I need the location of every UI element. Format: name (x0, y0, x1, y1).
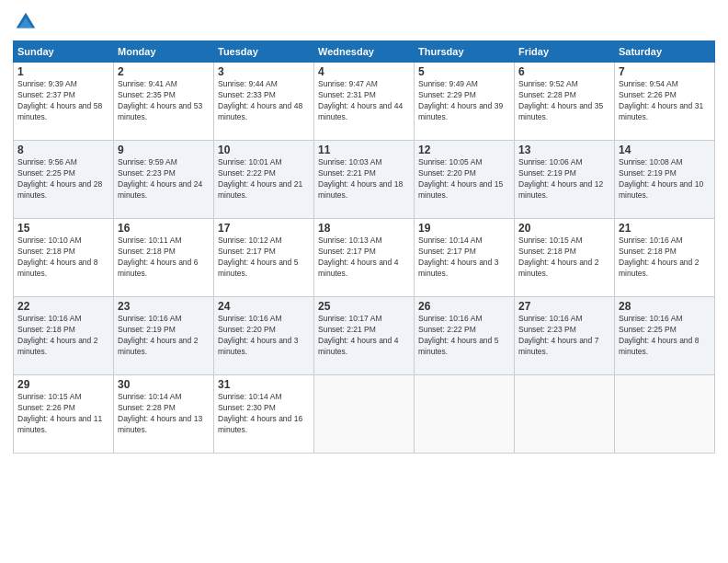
day-number: 20 (518, 222, 610, 235)
day-info: Sunrise: 10:05 AM Sunset: 2:20 PM Daylig… (418, 157, 510, 201)
calendar-cell: 26 Sunrise: 10:16 AM Sunset: 2:22 PM Day… (415, 297, 515, 375)
calendar-cell: 3 Sunrise: 9:44 AM Sunset: 2:33 PM Dayli… (214, 63, 314, 141)
day-info: Sunrise: 10:10 AM Sunset: 2:18 PM Daylig… (17, 236, 109, 280)
calendar-cell: 1 Sunrise: 9:39 AM Sunset: 2:37 PM Dayli… (14, 63, 114, 141)
day-info: Sunrise: 10:11 AM Sunset: 2:18 PM Daylig… (118, 236, 210, 280)
calendar-cell (615, 375, 715, 454)
calendar-cell: 9 Sunrise: 9:59 AM Sunset: 2:23 PM Dayli… (114, 141, 214, 219)
day-number: 27 (518, 300, 610, 313)
day-info: Sunrise: 9:49 AM Sunset: 2:29 PM Dayligh… (418, 79, 510, 123)
day-number: 7 (619, 65, 711, 78)
calendar-cell: 16 Sunrise: 10:11 AM Sunset: 2:18 PM Day… (114, 219, 214, 297)
weekday-header-tuesday: Tuesday (214, 41, 314, 63)
calendar-cell: 22 Sunrise: 10:16 AM Sunset: 2:18 PM Day… (14, 297, 114, 375)
weekday-header-saturday: Saturday (615, 41, 715, 63)
day-info: Sunrise: 10:16 AM Sunset: 2:25 PM Daylig… (619, 314, 711, 358)
calendar-cell: 29 Sunrise: 10:15 AM Sunset: 2:26 PM Day… (14, 375, 114, 454)
day-info: Sunrise: 10:14 AM Sunset: 2:30 PM Daylig… (218, 392, 310, 436)
weekday-header-monday: Monday (114, 41, 214, 63)
weekday-header-friday: Friday (515, 41, 615, 63)
day-number: 21 (619, 222, 711, 235)
day-number: 22 (17, 300, 109, 313)
day-number: 9 (118, 144, 210, 156)
day-info: Sunrise: 9:59 AM Sunset: 2:23 PM Dayligh… (118, 157, 210, 201)
calendar-cell (515, 375, 615, 454)
day-info: Sunrise: 10:17 AM Sunset: 2:21 PM Daylig… (318, 314, 410, 358)
calendar-cell: 12 Sunrise: 10:05 AM Sunset: 2:20 PM Day… (415, 141, 515, 219)
day-info: Sunrise: 10:16 AM Sunset: 2:19 PM Daylig… (118, 314, 210, 358)
logo (13, 9, 42, 35)
day-number: 18 (318, 222, 410, 235)
day-info: Sunrise: 9:56 AM Sunset: 2:25 PM Dayligh… (17, 157, 109, 201)
day-info: Sunrise: 10:14 AM Sunset: 2:28 PM Daylig… (118, 392, 210, 436)
calendar-cell: 27 Sunrise: 10:16 AM Sunset: 2:23 PM Day… (515, 297, 615, 375)
day-number: 3 (218, 65, 310, 78)
calendar-cell: 19 Sunrise: 10:14 AM Sunset: 2:17 PM Day… (415, 219, 515, 297)
weekday-header-wednesday: Wednesday (314, 41, 415, 63)
day-number: 11 (318, 144, 410, 156)
day-number: 23 (118, 300, 210, 313)
calendar-cell: 17 Sunrise: 10:12 AM Sunset: 2:17 PM Day… (214, 219, 314, 297)
calendar-cell: 24 Sunrise: 10:16 AM Sunset: 2:20 PM Day… (214, 297, 314, 375)
day-info: Sunrise: 9:47 AM Sunset: 2:31 PM Dayligh… (318, 79, 410, 123)
day-number: 24 (218, 300, 310, 313)
day-number: 17 (218, 222, 310, 235)
weekday-header-thursday: Thursday (415, 41, 515, 63)
day-number: 14 (619, 144, 711, 156)
day-number: 13 (518, 144, 610, 156)
day-number: 10 (218, 144, 310, 156)
calendar-cell: 13 Sunrise: 10:06 AM Sunset: 2:19 PM Day… (515, 141, 615, 219)
day-number: 31 (218, 378, 310, 391)
calendar-cell: 11 Sunrise: 10:03 AM Sunset: 2:21 PM Day… (314, 141, 415, 219)
calendar-cell: 20 Sunrise: 10:15 AM Sunset: 2:18 PM Day… (515, 219, 615, 297)
day-info: Sunrise: 10:14 AM Sunset: 2:17 PM Daylig… (418, 236, 510, 280)
header (13, 9, 715, 35)
day-info: Sunrise: 10:06 AM Sunset: 2:19 PM Daylig… (518, 157, 610, 201)
day-number: 4 (318, 65, 410, 78)
calendar-cell: 2 Sunrise: 9:41 AM Sunset: 2:35 PM Dayli… (114, 63, 214, 141)
day-info: Sunrise: 10:16 AM Sunset: 2:20 PM Daylig… (218, 314, 310, 358)
day-info: Sunrise: 10:12 AM Sunset: 2:17 PM Daylig… (218, 236, 310, 280)
day-info: Sunrise: 10:01 AM Sunset: 2:22 PM Daylig… (218, 157, 310, 201)
calendar-cell: 21 Sunrise: 10:16 AM Sunset: 2:18 PM Day… (615, 219, 715, 297)
day-number: 15 (17, 222, 109, 235)
day-info: Sunrise: 10:08 AM Sunset: 2:19 PM Daylig… (619, 157, 711, 201)
day-number: 12 (418, 144, 510, 156)
calendar-cell: 28 Sunrise: 10:16 AM Sunset: 2:25 PM Day… (615, 297, 715, 375)
day-number: 8 (17, 144, 109, 156)
day-number: 29 (17, 378, 109, 391)
day-info: Sunrise: 9:44 AM Sunset: 2:33 PM Dayligh… (218, 79, 310, 123)
calendar-cell: 30 Sunrise: 10:14 AM Sunset: 2:28 PM Day… (114, 375, 214, 454)
day-number: 25 (318, 300, 410, 313)
calendar-cell (314, 375, 415, 454)
calendar-cell (415, 375, 515, 454)
day-info: Sunrise: 10:16 AM Sunset: 2:23 PM Daylig… (518, 314, 610, 358)
day-info: Sunrise: 10:16 AM Sunset: 2:18 PM Daylig… (17, 314, 109, 358)
day-info: Sunrise: 10:16 AM Sunset: 2:22 PM Daylig… (418, 314, 510, 358)
logo-icon (13, 9, 39, 35)
day-number: 2 (118, 65, 210, 78)
day-info: Sunrise: 9:52 AM Sunset: 2:28 PM Dayligh… (518, 79, 610, 123)
day-info: Sunrise: 10:03 AM Sunset: 2:21 PM Daylig… (318, 157, 410, 201)
calendar-cell: 31 Sunrise: 10:14 AM Sunset: 2:30 PM Day… (214, 375, 314, 454)
day-info: Sunrise: 9:39 AM Sunset: 2:37 PM Dayligh… (17, 79, 109, 123)
day-info: Sunrise: 10:15 AM Sunset: 2:18 PM Daylig… (518, 236, 610, 280)
calendar-cell: 8 Sunrise: 9:56 AM Sunset: 2:25 PM Dayli… (14, 141, 114, 219)
day-number: 19 (418, 222, 510, 235)
calendar-cell: 4 Sunrise: 9:47 AM Sunset: 2:31 PM Dayli… (314, 63, 415, 141)
calendar-cell: 14 Sunrise: 10:08 AM Sunset: 2:19 PM Day… (615, 141, 715, 219)
calendar-cell: 18 Sunrise: 10:13 AM Sunset: 2:17 PM Day… (314, 219, 415, 297)
day-number: 26 (418, 300, 510, 313)
day-number: 6 (518, 65, 610, 78)
weekday-header-sunday: Sunday (14, 41, 114, 63)
day-number: 1 (17, 65, 109, 78)
calendar: SundayMondayTuesdayWednesdayThursdayFrid… (13, 40, 715, 454)
day-number: 5 (418, 65, 510, 78)
day-info: Sunrise: 9:41 AM Sunset: 2:35 PM Dayligh… (118, 79, 210, 123)
calendar-cell: 5 Sunrise: 9:49 AM Sunset: 2:29 PM Dayli… (415, 63, 515, 141)
calendar-cell: 15 Sunrise: 10:10 AM Sunset: 2:18 PM Day… (14, 219, 114, 297)
day-info: Sunrise: 10:16 AM Sunset: 2:18 PM Daylig… (619, 236, 711, 280)
calendar-cell: 10 Sunrise: 10:01 AM Sunset: 2:22 PM Day… (214, 141, 314, 219)
day-number: 28 (619, 300, 711, 313)
calendar-cell: 7 Sunrise: 9:54 AM Sunset: 2:26 PM Dayli… (615, 63, 715, 141)
